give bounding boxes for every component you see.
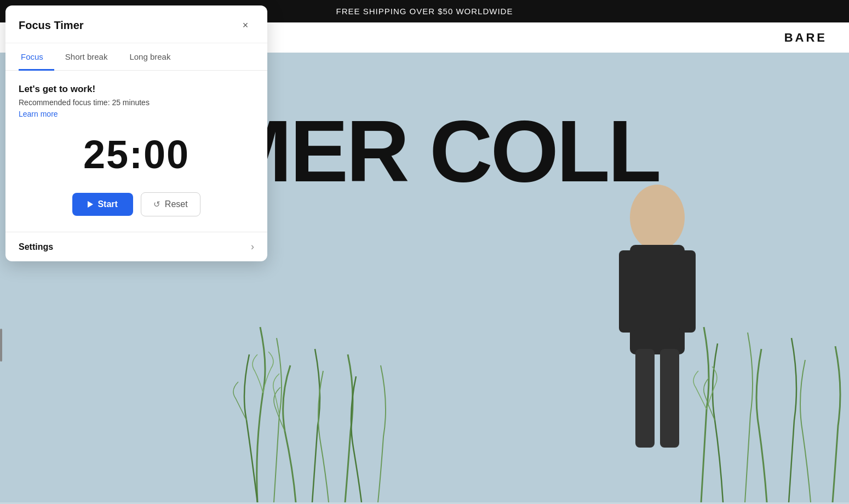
focus-headline: Let's get to work! <box>19 84 254 95</box>
tabs-row: Focus Short break Long break <box>5 43 267 71</box>
focus-description: Recommended focus time: 25 minutes <box>19 98 254 107</box>
play-icon <box>88 201 93 208</box>
svg-point-0 <box>630 185 685 250</box>
start-label: Start <box>97 199 117 209</box>
reeds-right-decoration <box>685 256 849 502</box>
settings-row[interactable]: Settings › <box>5 232 267 261</box>
svg-rect-5 <box>660 349 679 448</box>
popup-title: Focus Timer <box>19 19 84 32</box>
popup-header: Focus Timer × <box>5 5 267 43</box>
timer-display: 25:00 <box>19 132 254 177</box>
reeds-left-decoration <box>230 283 394 502</box>
timer-controls: Start ↺ Reset <box>19 192 254 216</box>
svg-rect-4 <box>635 349 655 448</box>
settings-label: Settings <box>19 242 53 252</box>
timer-minutes: 25 <box>83 133 129 176</box>
timer-seconds: 00 <box>144 133 190 176</box>
tab-long-break[interactable]: Long break <box>118 43 181 71</box>
tab-focus[interactable]: Focus <box>19 43 54 71</box>
tab-short-break[interactable]: Short break <box>54 43 119 71</box>
chevron-right-icon: › <box>251 241 254 253</box>
banner-text: FREE SHIPPING OVER $50 WORLDWIDE <box>336 7 513 16</box>
reset-button[interactable]: ↺ Reset <box>141 192 200 216</box>
svg-rect-2 <box>619 250 635 333</box>
start-button[interactable]: Start <box>72 193 133 216</box>
focus-timer-popup: Focus Timer × Focus Short break Long bre… <box>5 5 267 261</box>
learn-more-link[interactable]: Learn more <box>19 110 58 118</box>
reset-icon: ↺ <box>153 199 160 209</box>
reset-label: Reset <box>165 199 188 209</box>
close-button[interactable]: × <box>237 16 254 34</box>
timer-colon: : <box>129 132 144 177</box>
scrollbar[interactable] <box>0 329 2 362</box>
site-logo[interactable]: BARE <box>784 31 827 45</box>
svg-rect-1 <box>630 245 685 354</box>
popup-body: Let's get to work! Recommended focus tim… <box>5 71 267 232</box>
